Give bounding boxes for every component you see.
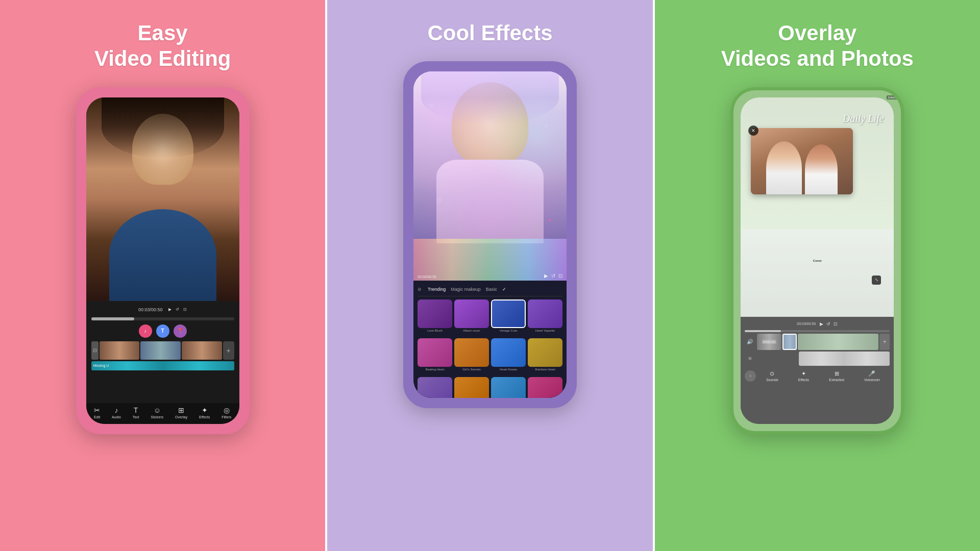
heart-3: ♡ — [436, 197, 442, 204]
effects-overlay-purple — [413, 71, 567, 281]
effect-preview-loading — [418, 377, 452, 398]
toolbar-edit[interactable]: ✂ Edit — [94, 406, 100, 419]
stickers-label: Stickers — [151, 415, 163, 419]
effect-preview-heart-v — [528, 299, 562, 328]
edit-label: Edit — [94, 415, 100, 419]
clip-1 — [100, 341, 140, 360]
time-display-pink: 00:03/00:50 — [138, 307, 163, 312]
effect-album-cover[interactable]: Album cover — [454, 299, 489, 336]
timeline-pink: 00:03/00:50 ▶ ↺ ⊡ ♪ T 📍 ⊟ — [86, 301, 239, 403]
ban-icon[interactable]: ⊘ — [418, 287, 422, 292]
effect-label-beating: Beating Heart — [418, 368, 452, 371]
resize-overlay-btn[interactable]: ⤡ — [872, 276, 881, 285]
phone-screen-green: Daily Life ✕ — [741, 97, 894, 424]
panel-video-editing: Easy Video Editing 00:03/00:50 — [0, 0, 325, 551]
toolbar-stickers[interactable]: ☺ Stickers — [151, 406, 163, 419]
audio-label: Missing U — [93, 364, 109, 367]
filters-label: Filters — [222, 415, 231, 419]
panel-title-green: Overlay Videos and Photos — [721, 20, 914, 72]
daily-life-watermark: Daily Life — [843, 113, 884, 124]
text-label: Text — [133, 415, 139, 419]
play-icon-pink[interactable]: ▶ — [168, 307, 172, 312]
crop-icon-pink[interactable]: ⊡ — [183, 307, 187, 312]
track-music-icon[interactable]: ♪ — [139, 324, 152, 338]
heart-1: ♡ — [429, 103, 433, 109]
effect-preview-heart-k — [491, 338, 526, 367]
clip-3 — [182, 341, 222, 360]
phone-frame-green: Daily Life ✕ — [730, 87, 904, 434]
track-sticker-icon[interactable]: 📍 — [174, 324, 187, 338]
effect-love-blush[interactable]: Love Blush — [418, 299, 452, 336]
main-track-row: 🔊 Mate clip Cover — [745, 334, 890, 350]
clip-handle-left[interactable]: ⊟ — [91, 341, 99, 360]
scrubber-pink[interactable] — [91, 317, 234, 320]
tab-trending[interactable]: Trending — [428, 287, 446, 292]
overlay-icon: ⊞ — [178, 406, 184, 414]
edit-icon: ✂ — [94, 406, 100, 414]
panel-title-purple: Cool Effects — [427, 20, 552, 46]
toolbar-effects[interactable]: ✦ Effects — [199, 406, 210, 419]
video-preview-purple: ♡ ♡ ♡ ♥ 00:00/00:50 ▶ ↺ ⊡ — [413, 71, 567, 281]
rewind-icon-pink[interactable]: ↺ — [176, 307, 179, 312]
playback-bar-pink: 00:03/00:50 ▶ ↺ ⊡ — [91, 305, 234, 315]
effect-label-girls: Girl's Secrets — [454, 368, 489, 371]
person-photo-pink — [86, 97, 239, 301]
effect-label-album: Album cover — [454, 329, 489, 332]
check-icon[interactable]: ✓ — [502, 287, 506, 292]
effect-preview-sunset — [454, 377, 489, 398]
effect-color-negative[interactable]: Color Negative — [528, 377, 562, 398]
audio-icon: ♪ — [114, 406, 118, 414]
effects-tabs: ⊘ Trending Magic makeup Basic ✓ — [418, 285, 562, 296]
toolbar-filters[interactable]: ◎ Filters — [222, 406, 231, 419]
panel-overlay: Overlay Videos and Photos Daily Life ✕ — [655, 0, 980, 551]
effect-girls-secrets[interactable]: Girl's Secrets — [454, 338, 489, 375]
tab-magic[interactable]: Magic makeup — [451, 287, 481, 292]
effect-preview-rainbow — [528, 338, 562, 367]
editing-label: Editing — [887, 97, 894, 99]
effects-label: Effects — [199, 415, 210, 419]
audio-strip-pink: Missing U — [91, 361, 234, 370]
effect-label-heart-v: Heart Vignette — [528, 329, 562, 332]
panel-title-pink: Easy Video Editing — [94, 20, 231, 72]
rewind-icon-purple[interactable]: ↺ — [551, 273, 555, 279]
effects-icon: ✦ — [202, 406, 208, 414]
play-icon-purple[interactable]: ▶ — [544, 273, 548, 279]
editing-badge: Editing — [887, 97, 894, 101]
effect-rainbow-heart[interactable]: Rainbow Heart — [528, 338, 562, 375]
effect-preview-love — [418, 299, 452, 328]
heart-4: ♥ — [549, 218, 551, 223]
text-icon: T — [134, 406, 138, 414]
effect-vintage-cute[interactable]: Vintage Cute — [491, 299, 526, 336]
effects-grid: Love Blush Album cover Vintage Cute Hear… — [418, 299, 562, 398]
effect-label-rainbow: Rainbow Heart — [528, 368, 562, 371]
phone-screen-purple: ♡ ♡ ♡ ♥ 00:00/00:50 ▶ ↺ ⊡ ⊘ Trending Mag… — [413, 71, 567, 398]
phone-frame-purple: ♡ ♡ ♡ ♥ 00:00/00:50 ▶ ↺ ⊡ ⊘ Trending Mag… — [403, 61, 577, 408]
effect-leading-star[interactable]: Leading Star — [418, 377, 452, 398]
effect-heart-kisses[interactable]: Heart Kisses — [491, 338, 526, 375]
effect-beating-heart[interactable]: Beating Heart — [418, 338, 452, 375]
panel-cool-effects: Cool Effects ♡ ♡ ♡ — [327, 0, 652, 551]
effect-blue-negative[interactable]: Blue Negative — [491, 377, 526, 398]
fullscreen-icon-purple[interactable]: ⊡ — [558, 273, 562, 279]
tab-basic[interactable]: Basic — [486, 287, 497, 292]
effect-preview-blue — [491, 377, 526, 398]
add-clip-btn[interactable]: + — [223, 341, 234, 360]
stickers-icon: ☺ — [154, 406, 161, 414]
audio-label-btn: Audio — [112, 415, 121, 419]
main-clip-2: Cover — [782, 334, 797, 350]
couple-photo-inner — [751, 128, 853, 194]
bottom-toolbar-pink: ✂ Edit ♪ Audio T Text ☺ Stickers ⊞ Ove — [86, 403, 239, 424]
effect-sunset-light[interactable]: Sunset Light — [454, 377, 489, 398]
toolbar-text[interactable]: T Text — [133, 406, 139, 419]
effect-preview-girls — [454, 338, 489, 367]
effect-heart-vignette[interactable]: Heart Vignette — [528, 299, 562, 336]
close-overlay-btn[interactable]: ✕ — [748, 126, 758, 136]
track-text-icon[interactable]: T — [156, 324, 169, 338]
clip-strip-pink: ⊟ + — [91, 341, 234, 360]
toolbar-overlay[interactable]: ⊞ Overlay — [175, 406, 187, 419]
overlay-label: Overlay — [175, 415, 187, 419]
toolbar-audio[interactable]: ♪ Audio — [112, 406, 121, 419]
playback-icons-purple: ▶ ↺ ⊡ — [544, 273, 562, 279]
heart-2: ♡ — [545, 124, 548, 129]
time-purple: 00:00/00:50 — [418, 275, 436, 279]
